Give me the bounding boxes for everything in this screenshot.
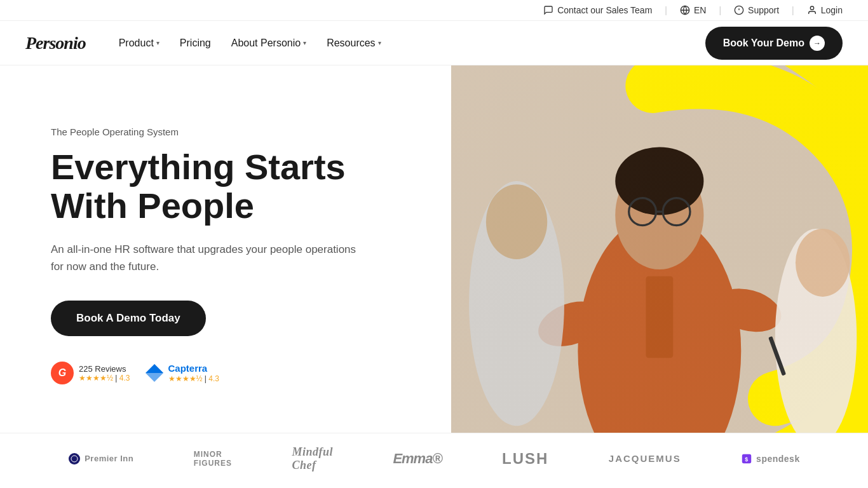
hero-image (451, 65, 868, 433)
nav-product[interactable]: Product ▾ (111, 32, 167, 54)
capterra-info: Capterra ★★★★½ | 4.3 (168, 363, 220, 383)
support-link[interactable]: Support (734, 5, 779, 15)
premier-inn-icon (68, 452, 81, 465)
g2-rating: G 225 Reviews ★★★★½ | 4.3 (51, 362, 130, 384)
info-icon (734, 5, 744, 15)
ratings-area: G 225 Reviews ★★★★½ | 4.3 Capterra ★★★★½… (51, 362, 426, 384)
login-label: Login (821, 5, 843, 15)
logo-minor-figures: MINORFIGURES (194, 450, 232, 468)
nav-resources[interactable]: Resources ▾ (319, 32, 388, 54)
svg-text:$: $ (745, 456, 748, 462)
divider-2: | (719, 5, 721, 15)
logo-lush: LUSH (502, 450, 548, 468)
chat-icon (543, 5, 553, 15)
svg-rect-22 (451, 65, 868, 433)
hero-description: An all-in-one HR software that upgrades … (51, 241, 369, 275)
logo-premier-inn: Premier Inn (68, 452, 133, 465)
premier-inn-text: Premier Inn (85, 454, 133, 463)
svg-point-4 (810, 6, 813, 10)
hero-subtitle: The People Operating System (51, 126, 426, 137)
g2-reviews: 225 Reviews (79, 364, 130, 374)
resources-label: Resources (327, 37, 375, 49)
contact-sales-label: Contact our Sales Team (557, 5, 652, 15)
capterra-rating: Capterra ★★★★½ | 4.3 (146, 363, 220, 383)
g2-logo: G (51, 362, 74, 384)
hero-right (451, 65, 868, 433)
svg-marker-6 (146, 373, 163, 382)
book-demo-nav-button[interactable]: Book Your Demo → (705, 27, 843, 60)
hero-left: The People Operating System Everything S… (0, 65, 451, 433)
language-selector[interactable]: EN (680, 5, 706, 15)
jacquemus-text: JACQUEMUS (609, 453, 681, 464)
product-chevron-icon: ▾ (156, 39, 159, 46)
capterra-icon (146, 364, 163, 382)
emma-text: Emma® (393, 451, 442, 467)
pricing-label: Pricing (180, 37, 211, 49)
logo[interactable]: Personio (25, 33, 86, 53)
hero-cta-button[interactable]: Book A Demo Today (51, 301, 206, 336)
capterra-label: Capterra (168, 363, 208, 374)
about-label: About Personio (231, 37, 301, 49)
mindful-chef-text: MindfulChef (292, 445, 333, 472)
login-link[interactable]: Login (807, 5, 843, 15)
logo-mindful-chef: MindfulChef (292, 445, 333, 472)
hero-section: The People Operating System Everything S… (0, 65, 868, 433)
resources-chevron-icon: ▾ (378, 39, 381, 46)
language-label: EN (694, 5, 706, 15)
nav-about[interactable]: About Personio ▾ (224, 32, 314, 54)
about-chevron-icon: ▾ (303, 39, 306, 46)
logo-jacquemus: JACQUEMUS (609, 453, 681, 464)
divider-1: | (665, 5, 667, 15)
user-icon (807, 5, 817, 15)
capterra-stars: ★★★★½ | 4.3 (168, 374, 220, 383)
spendesk-icon: $ (741, 453, 752, 464)
support-label: Support (748, 5, 779, 15)
globe-icon (680, 5, 690, 15)
spendesk-text: spendesk (756, 454, 800, 464)
navbar: Personio Product ▾ Pricing About Personi… (0, 21, 868, 65)
hero-title: Everything Starts With People (51, 147, 426, 226)
logo-spendesk: $ spendesk (741, 453, 800, 464)
book-demo-nav-label: Book Your Demo (723, 37, 804, 49)
product-label: Product (119, 37, 154, 49)
contact-sales-link[interactable]: Contact our Sales Team (543, 5, 652, 15)
logos-bar: Premier Inn MINORFIGURES MindfulChef Emm… (0, 433, 868, 484)
divider-3: | (792, 5, 794, 15)
minor-figures-text: MINORFIGURES (194, 450, 232, 468)
nav-links: Product ▾ Pricing About Personio ▾ Resou… (111, 32, 705, 54)
g2-info: 225 Reviews ★★★★½ | 4.3 (79, 364, 130, 383)
lush-text: LUSH (502, 450, 548, 468)
nav-pricing[interactable]: Pricing (172, 32, 219, 54)
logo-emma: Emma® (393, 451, 442, 467)
svg-point-25 (71, 456, 78, 462)
arrow-circle-icon: → (810, 36, 825, 51)
svg-marker-7 (154, 364, 163, 373)
top-bar: Contact our Sales Team | EN | Support | (0, 0, 868, 21)
hero-illustration (451, 65, 868, 433)
g2-stars: ★★★★½ | 4.3 (79, 374, 130, 383)
